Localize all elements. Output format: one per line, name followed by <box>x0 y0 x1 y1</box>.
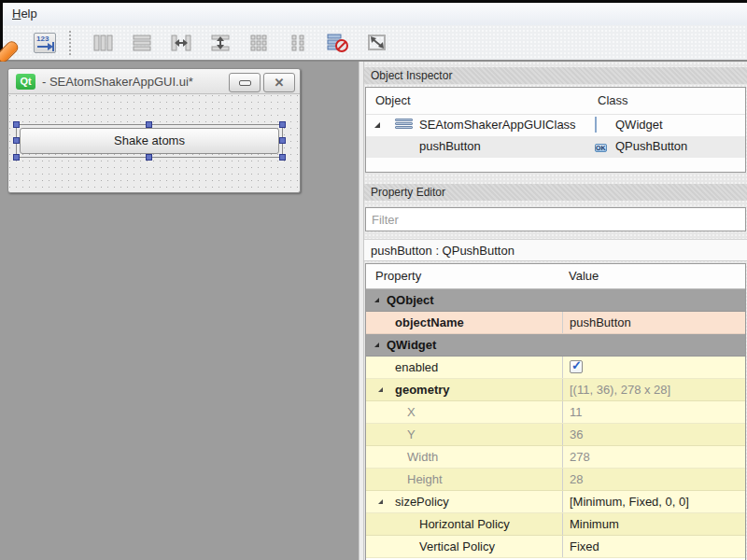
form-window-titlebar[interactable]: Qt - SEAtomShakerAppGUI.ui* ✕ <box>8 69 300 94</box>
property-row[interactable]: sizePolicy [Minimum, Fixed, 0, 0] ✓ <box>366 491 745 513</box>
property-rows: QObject ✓ objectName pushButton ✓ QWidge… <box>366 289 745 558</box>
form-canvas[interactable]: Shake atoms <box>9 94 299 191</box>
resize-handle-w[interactable] <box>13 137 20 144</box>
layout-horizontal-splitter-icon <box>171 35 191 51</box>
close-button[interactable]: ✕ <box>263 73 295 92</box>
property-name: enabled <box>395 360 438 374</box>
property-value[interactable]: [Minimum, Fixed, 0, 0] <box>570 495 689 509</box>
toolbar-separator <box>66 31 74 55</box>
layout-grid-icon <box>250 35 269 51</box>
layout-vertical-icon <box>92 35 113 51</box>
layout-horizontal-splitter-button[interactable] <box>167 30 195 56</box>
property-value[interactable]: 28 <box>570 472 583 486</box>
checkbox[interactable]: ✓ <box>570 360 583 373</box>
property-row[interactable]: Y 36 ✓ <box>366 424 745 446</box>
property-row[interactable]: QWidget ✓ <box>366 334 745 357</box>
tree-row-root[interactable]: SEAtomShakerAppGUIClass QWidget <box>366 115 745 136</box>
resize-handle-nw[interactable] <box>13 121 20 128</box>
property-row[interactable]: enabled ✓ <box>366 357 745 379</box>
resize-handle-sw[interactable] <box>13 154 20 161</box>
expand-arrow-icon[interactable] <box>374 343 379 347</box>
column-header-value[interactable]: Value <box>569 269 599 283</box>
property-name: geometry <box>395 383 450 397</box>
property-row[interactable]: Width 278 ✓ <box>366 446 745 469</box>
layout-form-button[interactable] <box>285 30 313 56</box>
edit-tab-order-button[interactable]: 123 <box>31 30 59 56</box>
property-name: Vertical Policy <box>419 539 495 553</box>
resize-handle-se[interactable] <box>279 154 286 161</box>
property-row[interactable]: Height 28 ✓ <box>366 469 745 491</box>
filter-input[interactable] <box>365 207 746 231</box>
tree-object-name: pushButton <box>419 139 481 153</box>
designed-push-button[interactable]: Shake atoms <box>20 128 279 154</box>
adjust-size-button[interactable] <box>363 30 391 56</box>
property-table: Property Value QObject ✓ objectName push… <box>365 263 746 560</box>
edit-signals-slots-icon <box>0 39 20 56</box>
minimize-button[interactable] <box>229 73 261 92</box>
tree-object-name: SEAtomShakerAppGUIClass <box>419 118 576 132</box>
object-inspector-tree: Object Class SEAtomShakerAppGUIClass QWi… <box>365 87 746 173</box>
property-name: Height <box>407 472 443 486</box>
property-row[interactable]: Horizontal Policy Minimum ✓ <box>366 513 745 536</box>
break-layout-button[interactable] <box>324 30 352 56</box>
property-value[interactable]: Minimum <box>570 517 619 531</box>
tree-expand-icon[interactable] <box>374 122 380 128</box>
property-row[interactable]: QObject ✓ <box>366 289 745 312</box>
column-header-property[interactable]: Property <box>375 269 421 283</box>
resize-handle-ne[interactable] <box>279 121 286 128</box>
property-name: QObject <box>387 293 434 307</box>
expand-arrow-icon[interactable] <box>378 499 383 504</box>
adjust-size-icon <box>367 34 388 52</box>
resize-handle-n[interactable] <box>146 121 152 128</box>
property-value[interactable]: 36 <box>570 427 583 441</box>
edit-tab-order-icon: 123 <box>34 33 56 53</box>
layout-horizontal-button[interactable] <box>128 30 156 56</box>
tree-class-name: QWidget <box>615 118 663 132</box>
column-header-object[interactable]: Object <box>375 93 411 107</box>
menu-help[interactable]: Help <box>3 3 47 24</box>
tree-class-name: QPushButton <box>615 139 687 153</box>
property-value[interactable]: Fixed <box>570 539 599 553</box>
form-editor-window: Qt - SEAtomShakerAppGUI.ui* ✕ Shake atom… <box>7 68 301 193</box>
close-icon: ✕ <box>275 77 285 89</box>
property-row[interactable]: objectName pushButton ✓ <box>366 312 745 334</box>
mdi-workarea: Qt - SEAtomShakerAppGUI.ui* ✕ Shake atom… <box>0 62 359 560</box>
toolbar: 123 <box>0 25 747 62</box>
form-window-title: - SEAtomShakerAppGUI.ui* <box>42 75 193 89</box>
property-value[interactable]: pushButton <box>570 315 631 329</box>
property-name: QWidget <box>387 338 436 352</box>
property-row[interactable]: X 11 ✓ <box>366 401 745 424</box>
property-name: Width <box>407 450 438 464</box>
pushbutton-class-icon: OK <box>595 139 611 153</box>
column-header-class[interactable]: Class <box>598 93 628 107</box>
property-row[interactable]: geometry [(11, 36), 278 x 28] ✓ <box>366 379 745 401</box>
property-name: sizePolicy <box>395 495 449 509</box>
property-editor-header: Property Editor <box>364 184 747 201</box>
expand-arrow-icon[interactable] <box>374 298 379 302</box>
layout-vertical-button[interactable] <box>89 30 117 56</box>
property-name: Horizontal Policy <box>419 517 510 531</box>
expand-arrow-icon[interactable] <box>378 387 383 392</box>
object-inspector-header: Object Inspector <box>364 67 747 84</box>
property-value[interactable]: [(11, 36), 278 x 28] <box>570 383 670 397</box>
selected-object-label: pushButton : QPushButton <box>364 239 747 261</box>
layout-grid-button[interactable] <box>246 30 274 56</box>
property-value[interactable]: 11 <box>570 405 583 419</box>
edit-signals-slots-button[interactable] <box>0 30 20 56</box>
minimize-icon <box>239 80 251 86</box>
menubar: Help <box>0 3 747 25</box>
layout-vertical-splitter-icon <box>210 35 231 51</box>
tree-row-pushbutton[interactable]: pushButton OK QPushButton <box>366 136 745 158</box>
qt-designer-app: Help 123 <box>0 0 747 560</box>
property-row[interactable]: Vertical Policy Fixed ✓ <box>366 536 745 558</box>
layout-vertical-splitter-button[interactable] <box>206 30 234 56</box>
property-value[interactable]: 278 <box>570 450 590 464</box>
layout-form-icon <box>291 35 306 51</box>
qwidget-class-icon <box>595 118 611 132</box>
property-name: objectName <box>395 315 464 329</box>
break-layout-icon <box>327 34 349 52</box>
resize-handle-s[interactable] <box>146 154 152 161</box>
widget-stack-icon <box>395 119 413 133</box>
resize-handle-e[interactable] <box>279 137 286 144</box>
property-name: Y <box>407 427 416 441</box>
